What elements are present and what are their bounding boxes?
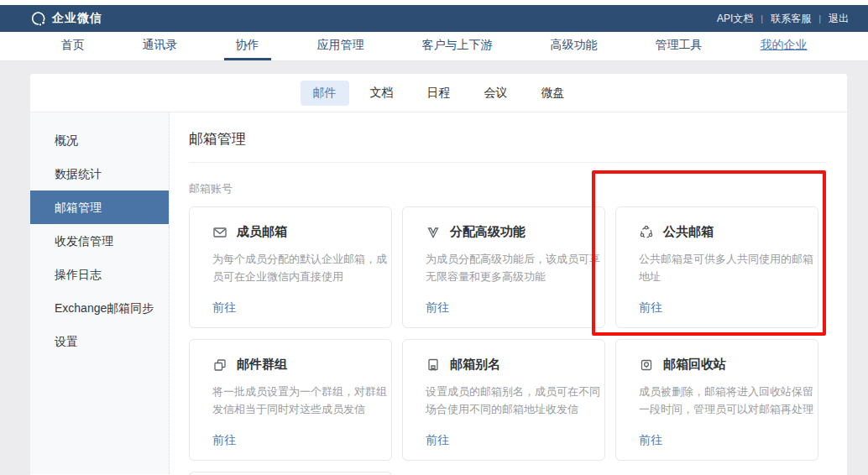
card-title: 成员邮箱 (237, 224, 287, 240)
card-title: 邮箱回收站 (663, 357, 726, 373)
sidebar-item-operation-log[interactable]: 操作日志 (30, 258, 169, 291)
sidebar-item-send-receive-management[interactable]: 收发信管理 (30, 224, 169, 258)
sidebar-item-settings[interactable]: 设置 (30, 325, 169, 358)
page-title: 邮箱管理 (189, 129, 827, 149)
card-partial-next-row (189, 472, 392, 475)
vip-icon (426, 225, 441, 240)
sidebar-item-exchange-sync[interactable]: Exchange邮箱同步 (30, 291, 169, 325)
card-assign-advanced-features: 分配高级功能 为成员分配高级功能后，该成员可享无限容量和更多高级功能 前往 (402, 206, 605, 328)
tab-drive[interactable]: 微盘 (529, 81, 578, 106)
nav-item-admin-tools[interactable]: 管理工具 (644, 32, 714, 60)
nav-item-collaboration[interactable]: 协作 (224, 32, 271, 60)
main-panel: 邮件 文档 日程 会议 微盘 概况 数据统计 邮箱管理 收发信管理 操作日志 E… (30, 74, 847, 475)
brand: 企业微信 (30, 10, 102, 27)
logout-link[interactable]: 退出 (821, 12, 856, 26)
divider (189, 162, 827, 163)
subtabs-row: 邮件 文档 日程 会议 微盘 (30, 74, 847, 112)
card-description: 公共邮箱是可供多人共同使用的邮箱地址 (639, 250, 813, 285)
nav-item-my-enterprise[interactable]: 我的企业 (749, 32, 819, 60)
shared-mailbox-icon (639, 225, 654, 240)
card-title: 邮件群组 (237, 357, 287, 373)
topbar-links: API文档 | 联系客服 | 退出 (709, 12, 856, 26)
go-link[interactable]: 前往 (639, 300, 662, 316)
mail-group-icon (212, 358, 227, 373)
card-description: 成员被删除，邮箱将进入回收站保留一段时间，管理员可以对邮箱再处理 (639, 383, 813, 418)
topbar: 企业微信 API文档 | 联系客服 | 退出 (0, 5, 868, 32)
wechat-work-logo-icon (30, 10, 47, 27)
tab-calendar[interactable]: 日程 (415, 81, 463, 106)
card-description: 为成员分配高级功能后，该成员可享无限容量和更多高级功能 (426, 250, 600, 285)
card-member-mailbox: 成员邮箱 为每个成员分配的默认企业邮箱，成员可在企业微信内直接使用 前往 (189, 206, 392, 328)
brand-name: 企业微信 (52, 11, 102, 26)
tab-docs[interactable]: 文档 (358, 81, 406, 106)
go-link[interactable]: 前往 (212, 300, 236, 316)
recycle-bin-icon (639, 358, 654, 373)
card-title: 公共邮箱 (663, 224, 714, 240)
card-title: 邮箱别名 (450, 357, 500, 373)
card-mail-group: 邮件群组 将一批成员设置为一个群组，对群组发信相当于同时对这些成员发信 前往 (189, 339, 392, 461)
sidebar-item-statistics[interactable]: 数据统计 (30, 157, 169, 191)
card-title: 分配高级功能 (450, 224, 526, 240)
tab-mail[interactable]: 邮件 (301, 81, 349, 106)
primary-nav: 首页 通讯录 协作 应用管理 客户与上下游 高级功能 管理工具 我的企业 (0, 32, 868, 61)
tab-meeting[interactable]: 会议 (472, 81, 520, 106)
panel-body: 概况 数据统计 邮箱管理 收发信管理 操作日志 Exchange邮箱同步 设置 … (30, 112, 847, 474)
nav-item-customers[interactable]: 客户与上下游 (410, 32, 505, 60)
card-description: 为每个成员分配的默认企业邮箱，成员可在企业微信内直接使用 (212, 250, 387, 285)
api-doc-link[interactable]: API文档 (709, 12, 761, 26)
content: 邮箱管理 邮箱账号 成员邮箱 为每个成员分配的默认企业邮箱，成员可在企 (170, 112, 847, 474)
card-description: 设置成员的邮箱别名，成员可在不同场合使用不同的邮箱地址收发信 (426, 383, 600, 418)
card-public-mailbox: 公共邮箱 公共邮箱是可供多人共同使用的邮箱地址 前往 (615, 206, 818, 328)
nav-item-home[interactable]: 首页 (50, 32, 97, 60)
go-link[interactable]: 前往 (639, 433, 662, 448)
go-link[interactable]: 前往 (426, 433, 449, 448)
sidebar: 概况 数据统计 邮箱管理 收发信管理 操作日志 Exchange邮箱同步 设置 (30, 112, 170, 474)
section-label: 邮箱账号 (189, 181, 827, 196)
go-link[interactable]: 前往 (426, 300, 449, 316)
sidebar-item-overview[interactable]: 概况 (30, 123, 169, 157)
nav-item-advanced-features[interactable]: 高级功能 (539, 32, 609, 60)
contact-support-link[interactable]: 联系客服 (763, 12, 818, 26)
alias-icon (426, 358, 441, 373)
cards-grid: 成员邮箱 为每个成员分配的默认企业邮箱，成员可在企业微信内直接使用 前往 分配高… (189, 206, 827, 475)
sidebar-item-mailbox-management[interactable]: 邮箱管理 (30, 191, 169, 224)
card-mailbox-recycle-bin: 邮箱回收站 成员被删除，邮箱将进入回收站保留一段时间，管理员可以对邮箱再处理 前… (615, 339, 818, 461)
nav-item-contacts[interactable]: 通讯录 (131, 32, 190, 60)
envelope-icon (212, 225, 227, 240)
nav-item-app-management[interactable]: 应用管理 (306, 32, 376, 60)
card-mailbox-alias: 邮箱别名 设置成员的邮箱别名，成员可在不同场合使用不同的邮箱地址收发信 前往 (402, 339, 605, 461)
go-link[interactable]: 前往 (212, 433, 236, 448)
card-description: 将一批成员设置为一个群组，对群组发信相当于同时对这些成员发信 (212, 383, 387, 418)
